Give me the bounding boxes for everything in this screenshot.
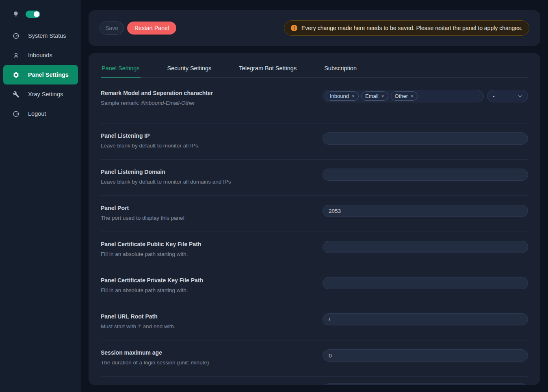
main-content: Save Restart Panel ! Every change made h… <box>81 0 548 392</box>
form-row-panel-port: Panel Port The port used to display this… <box>101 196 528 232</box>
tag-other[interactable]: Other× <box>391 91 418 101</box>
wrench-icon <box>13 91 19 98</box>
remove-tag-icon[interactable]: × <box>411 94 414 99</box>
sidebar-item-label: Inbounds <box>28 52 52 58</box>
field-label: Panel Certificate Private Key File Path <box>101 277 306 284</box>
field-sublabel: Fill in an absolute path starting with. <box>101 287 306 293</box>
tab-security-settings[interactable]: Security Settings <box>167 61 212 77</box>
unsaved-changes-alert: ! Every change made here needs to be sav… <box>284 20 529 36</box>
tag-label: Other <box>395 93 408 99</box>
sidebar-item-inbounds[interactable]: Inbounds <box>0 45 81 65</box>
toolbar-buttons: Save Restart Panel <box>100 22 176 35</box>
sidebar-item-label: Logout <box>28 110 46 117</box>
logout-icon <box>13 110 19 117</box>
sublabel-sample: #Inbound-Email-Other <box>141 100 195 106</box>
listening-domain-input[interactable] <box>323 169 528 181</box>
panel-port-input[interactable] <box>323 205 528 217</box>
tab-telegram-bot-settings[interactable]: Telegram Bot Settings <box>238 61 297 77</box>
field-description: Panel Listening IP Leave blank by defaul… <box>101 132 323 149</box>
sublabel-prefix: Sample remark: <box>101 100 141 106</box>
field-sublabel: The port used to display this panel <box>101 215 306 221</box>
field-description: Panel URL Root Path Must start with '/' … <box>101 313 323 329</box>
form-row-cert-public-key: Panel Certificate Public Key File Path F… <box>101 232 528 268</box>
tab-panel-settings[interactable]: Panel Settings <box>101 61 141 77</box>
field-sublabel: Leave blank by default to monitor all IP… <box>101 143 306 149</box>
listening-ip-input[interactable] <box>323 132 528 145</box>
sidebar-item-xray-settings[interactable]: Xray Settings <box>0 84 81 104</box>
field-label: Panel URL Root Path <box>101 313 306 320</box>
form-row-cert-private-key: Panel Certificate Private Key File Path … <box>101 268 528 304</box>
field-label: Remark Model and Seperation charachter <box>101 90 306 96</box>
field-sublabel: The duration of a login session (unit: m… <box>101 360 306 366</box>
field-description: Session maximum age The duration of a lo… <box>101 349 323 366</box>
partial-input[interactable] <box>323 383 528 385</box>
sidebar-item-panel-settings[interactable]: Panel Settings <box>3 65 78 84</box>
field-description: Panel Listening Domain Leave blank by de… <box>101 169 323 185</box>
restart-panel-button[interactable]: Restart Panel <box>127 22 176 35</box>
session-max-age-input[interactable] <box>323 349 528 362</box>
sidebar: System Status Inbounds Panel Settings Xr… <box>0 0 81 392</box>
sidebar-item-logout[interactable]: Logout <box>0 104 81 123</box>
lightbulb-icon <box>13 11 19 17</box>
field-label: Panel Certificate Public Key File Path <box>101 241 306 247</box>
dashboard-icon <box>13 32 19 39</box>
field-controls: Inbound× Email× Other× - <box>323 90 528 102</box>
sidebar-item-label: System Status <box>28 32 66 39</box>
field-label: Panel Listening Domain <box>101 169 306 175</box>
toggle-knob <box>34 11 39 17</box>
select-value: - <box>493 93 495 99</box>
settings-panel: Panel Settings Security Settings Telegra… <box>89 53 540 385</box>
field-sublabel: Sample remark: #Inbound-Email-Other <box>101 100 306 106</box>
remove-tag-icon[interactable]: × <box>381 94 384 99</box>
sidebar-item-label: Xray Settings <box>28 91 63 97</box>
field-label: Session maximum age <box>101 349 306 356</box>
field-description: Panel Certificate Private Key File Path … <box>101 277 323 293</box>
cert-public-key-input[interactable] <box>323 241 528 253</box>
dark-mode-toggle[interactable] <box>26 11 40 18</box>
warning-icon: ! <box>291 25 297 31</box>
field-label: Panel Listening IP <box>101 132 306 139</box>
field-description: Panel Certificate Public Key File Path F… <box>101 241 323 257</box>
sidebar-item-label: Panel Settings <box>28 71 69 78</box>
form-row-url-root-path: Panel URL Root Path Must start with '/' … <box>101 304 528 340</box>
tag-label: Email <box>365 93 379 99</box>
form-row-listening-ip: Panel Listening IP Leave blank by defaul… <box>101 123 528 160</box>
gear-icon <box>13 71 19 78</box>
remark-tags-input[interactable]: Inbound× Email× Other× <box>323 90 484 102</box>
tag-email[interactable]: Email× <box>361 91 388 101</box>
remove-tag-icon[interactable]: × <box>352 94 355 99</box>
field-sublabel: Fill in an absolute path starting with. <box>101 251 306 257</box>
url-root-path-input[interactable] <box>323 313 528 325</box>
form-row-remark-model: Remark Model and Seperation charachter S… <box>101 78 528 123</box>
chevron-down-icon <box>518 94 522 99</box>
tab-subscription[interactable]: Subscription <box>323 61 357 77</box>
alert-text: Every change made here needs to be saved… <box>301 25 522 31</box>
form-row-partial <box>101 377 528 385</box>
tag-label: Inbound <box>330 93 349 99</box>
field-sublabel: Leave blank by default to monitor all do… <box>101 179 306 185</box>
save-button[interactable]: Save <box>100 22 124 35</box>
field-label: Panel Port <box>101 205 306 211</box>
field-description: Panel Port The port used to display this… <box>101 205 323 221</box>
action-toolbar: Save Restart Panel ! Every change made h… <box>89 10 540 46</box>
field-sublabel: Must start with '/' and end with. <box>101 323 306 329</box>
sidebar-item-system-status[interactable]: System Status <box>0 26 81 45</box>
form-row-listening-domain: Panel Listening Domain Leave blank by de… <box>101 160 528 196</box>
settings-tabs: Panel Settings Security Settings Telegra… <box>101 61 528 78</box>
separator-select[interactable]: - <box>487 90 528 102</box>
field-description: Remark Model and Seperation charachter S… <box>101 90 323 106</box>
tag-inbound[interactable]: Inbound× <box>326 91 359 101</box>
user-icon <box>13 52 19 59</box>
cert-private-key-input[interactable] <box>323 277 528 289</box>
theme-toggle-row <box>0 8 81 20</box>
form-row-session-max-age: Session maximum age The duration of a lo… <box>101 340 528 377</box>
